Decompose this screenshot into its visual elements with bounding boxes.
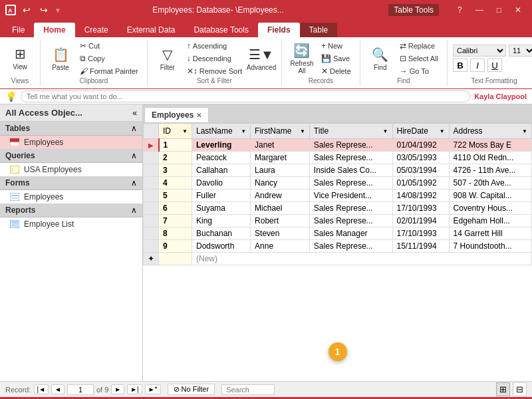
filter-button[interactable]: ▽ Filter xyxy=(153,44,182,74)
delete-record-button[interactable]: ✕Delete xyxy=(318,65,354,77)
nav-pane-toggle-icon[interactable]: « xyxy=(132,108,137,118)
cell-title: Inside Sales Co... xyxy=(309,164,392,177)
ribbon-tabs: File Home Create External Data Database … xyxy=(0,20,532,37)
nav-section-reports[interactable]: Reports ∧ xyxy=(0,203,142,217)
view-button[interactable]: ⊞ View xyxy=(5,43,35,73)
find-button[interactable]: 🔍 Find xyxy=(366,44,395,74)
nav-item-employees-form[interactable]: Employees xyxy=(0,190,142,203)
col-header-firstname[interactable]: FirstName ▼ xyxy=(251,124,310,139)
search-input[interactable] xyxy=(221,384,275,395)
nav-section-tables[interactable]: Tables ∧ xyxy=(0,122,142,136)
view-controls: ⊞ ⊟ xyxy=(496,382,527,396)
col-header-hiredate[interactable]: HireDate ▼ xyxy=(392,124,449,139)
table-row[interactable]: 8BuchananStevenSales Manager17/10/199314… xyxy=(144,227,532,240)
address-col-dropdown-icon: ▼ xyxy=(522,128,527,134)
pivot-view-button[interactable]: ⊟ xyxy=(513,382,527,396)
nav-header[interactable]: All Access Objec... « xyxy=(0,104,142,122)
nav-section-forms[interactable]: Forms ∧ xyxy=(0,176,142,190)
tell-me-input[interactable] xyxy=(21,90,470,102)
descending-button[interactable]: ↓Descending xyxy=(184,53,245,65)
ribbon-group-clipboard: 📋 Paste ✂Cut ⧉Copy 🖌Format Painter Clipb… xyxy=(41,40,148,86)
tab-external-data[interactable]: External Data xyxy=(118,23,185,37)
last-record-button[interactable]: ►| xyxy=(127,384,142,394)
dropdown-arrow-icon[interactable]: ▼ xyxy=(55,7,61,14)
sort-filter-group-label: Sort & Filter xyxy=(148,77,281,84)
col-header-title[interactable]: Title ▼ xyxy=(309,124,392,139)
font-select[interactable]: Calibri xyxy=(453,45,506,57)
tab-create[interactable]: Create xyxy=(75,23,118,37)
nav-item-employee-list[interactable]: Employee List xyxy=(0,217,142,231)
prev-record-button[interactable]: ◄ xyxy=(51,384,65,394)
id-col-header-content: ID ▼ xyxy=(163,126,188,136)
close-tab-button[interactable]: ✕ xyxy=(196,112,201,119)
table-row[interactable]: 3CallahanLauraInside Sales Co...05/03/19… xyxy=(144,164,532,177)
nav-item-usa-employees[interactable]: ! USA Employees xyxy=(0,163,142,176)
datasheet-table: ID ▼ LastName ▼ FirstNam xyxy=(143,123,532,265)
new-record-nav-button[interactable]: ►* xyxy=(145,384,161,394)
row-indicator xyxy=(144,215,159,227)
paste-button[interactable]: 📋 Paste xyxy=(46,44,75,74)
first-record-button[interactable]: |◄ xyxy=(34,384,49,394)
paste-icon: 📋 xyxy=(53,47,69,63)
new-record-button[interactable]: +New xyxy=(318,40,354,52)
ascending-button[interactable]: ↑Ascending xyxy=(184,40,245,52)
select-button[interactable]: ⊡Select All xyxy=(396,53,442,65)
copy-button[interactable]: ⧉Copy xyxy=(76,53,142,65)
cell-id: 8 xyxy=(159,227,192,240)
find-icon: 🔍 xyxy=(372,47,388,63)
table-row[interactable]: 2PeacockMargaretSales Represe...03/05/19… xyxy=(144,152,532,164)
header-row: ID ▼ LastName ▼ FirstNam xyxy=(144,124,532,139)
next-record-button[interactable]: ► xyxy=(111,384,124,394)
new-row-indicator: ✦ xyxy=(144,253,159,265)
no-filter-button[interactable]: ⊘ No Filter xyxy=(168,384,215,395)
tab-table[interactable]: Table xyxy=(300,23,338,37)
format-painter-button[interactable]: 🖌Format Painter xyxy=(76,65,142,77)
firstname-col-header-content: FirstName ▼ xyxy=(255,126,305,136)
table-row[interactable]: 6SuyamaMichaelSales Represe...17/10/1993… xyxy=(144,202,532,215)
undo-button[interactable]: ↩ xyxy=(20,5,33,15)
tab-home[interactable]: Home xyxy=(34,23,74,37)
clipboard-small-btns: ✂Cut ⧉Copy 🖌Format Painter xyxy=(76,40,142,77)
record-number-input[interactable] xyxy=(67,384,94,395)
table-row[interactable]: 9DodsworthAnneSales Represe...15/11/1994… xyxy=(144,240,532,253)
tab-database-tools[interactable]: Database Tools xyxy=(184,23,258,37)
remove-sort-button[interactable]: ✕↕Remove Sort xyxy=(184,65,245,77)
close-button[interactable]: ✕ xyxy=(509,4,527,16)
row-indicator xyxy=(144,177,159,190)
refresh-button[interactable]: 🔄 Refresh All xyxy=(287,40,317,77)
redo-button[interactable]: ↪ xyxy=(37,5,51,15)
replace-button[interactable]: ⇄Replace xyxy=(396,40,442,52)
cut-button[interactable]: ✂Cut xyxy=(76,40,142,52)
datasheet-view-button[interactable]: ⊞ xyxy=(496,382,510,396)
tab-fields[interactable]: Fields xyxy=(258,23,300,37)
font-size-select[interactable]: 11 xyxy=(509,45,532,57)
cell-id: 4 xyxy=(159,177,192,190)
cell-lastname: Buchanan xyxy=(192,227,251,240)
tab-file[interactable]: File xyxy=(3,23,34,37)
new-row[interactable]: ✦(New) xyxy=(144,253,532,265)
underline-button[interactable]: U xyxy=(487,59,502,72)
minimize-button[interactable]: — xyxy=(470,4,489,16)
save-record-button[interactable]: 💾Save xyxy=(318,53,354,65)
table-row[interactable]: 4DavolioNancySales Represe...01/05/19925… xyxy=(144,177,532,190)
help-button[interactable]: ? xyxy=(452,4,467,16)
nav-section-queries[interactable]: Queries ∧ xyxy=(0,149,142,163)
tab-bar: Employees ✕ xyxy=(143,104,532,123)
maximize-button[interactable]: □ xyxy=(491,4,507,16)
nav-item-employees-table[interactable]: Employees xyxy=(0,136,142,149)
goto-button[interactable]: →Go To xyxy=(396,65,442,77)
table-row[interactable]: ▶1LeverlingJanetSales Represe...01/04/19… xyxy=(144,139,532,152)
employees-tab[interactable]: Employees ✕ xyxy=(144,107,209,122)
user-name: Kayla Claypool xyxy=(474,92,527,100)
col-header-lastname[interactable]: LastName ▼ xyxy=(192,124,251,139)
table-row[interactable]: 5FullerAndrewVice President...14/08/1992… xyxy=(144,190,532,202)
col-header-id[interactable]: ID ▼ xyxy=(159,124,192,139)
italic-button[interactable]: I xyxy=(470,59,485,72)
select-icon: ⊡ xyxy=(400,54,406,63)
bold-button[interactable]: B xyxy=(453,59,467,72)
table-row[interactable]: 7KingRobertSales Represe...02/01/1994Edg… xyxy=(144,215,532,227)
col-header-address[interactable]: Address ▼ xyxy=(449,124,531,139)
advanced-button[interactable]: ☰▼ Advanced xyxy=(247,44,276,74)
cell-hiredate: 15/11/1994 xyxy=(392,240,449,253)
cell-address: Edgeham Holl... xyxy=(449,215,531,227)
